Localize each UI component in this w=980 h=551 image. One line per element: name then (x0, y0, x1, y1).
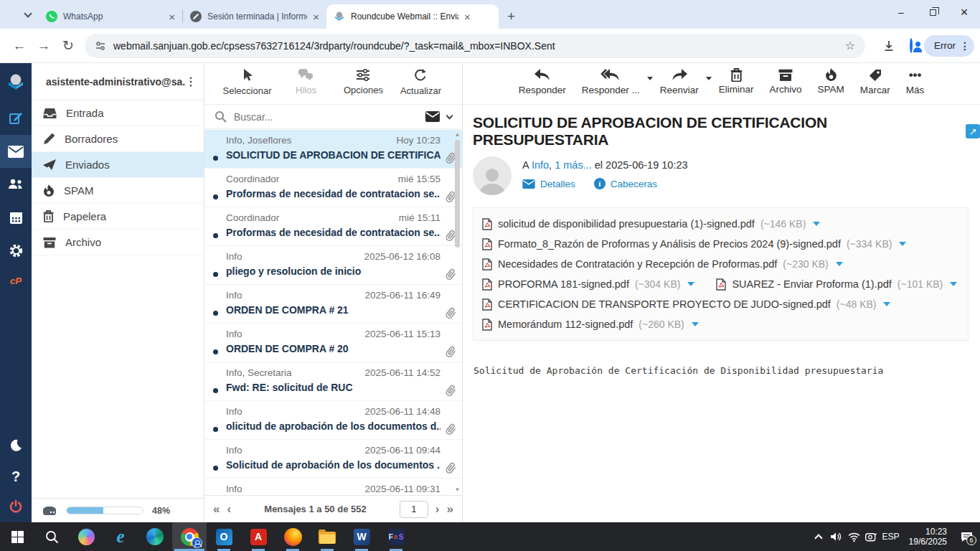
headers-toggle[interactable]: i Cabeceras (594, 178, 657, 189)
attachment-item[interactable]: Memorándum 112-signed.pdf (~260 KB) (482, 314, 699, 334)
message-list-item[interactable]: Info 2025-06-11 09:44 Solicitud de aprob… (204, 440, 462, 479)
folder-inbox[interactable]: Entrada (32, 100, 204, 126)
attachment-item[interactable]: SUAREZ - Enviar Proforma (1).pdf (~101 K… (716, 274, 957, 294)
recipient-link[interactable]: Info (532, 159, 549, 171)
chrome-taskbar-button[interactable] (172, 522, 207, 551)
forward-caret-icon[interactable] (706, 77, 712, 80)
start-button[interactable] (0, 522, 34, 551)
logout-button[interactable] (0, 491, 32, 522)
attachment-name[interactable]: Memorándum 112-signed.pdf (498, 319, 633, 330)
open-in-new-window-icon[interactable]: ↗ (966, 124, 980, 138)
cpanel-button[interactable]: cP (0, 267, 32, 294)
outlook-taskbar-button[interactable]: O (207, 522, 241, 551)
attachment-item[interactable]: Necesidades de Contratación y Recepción … (482, 254, 843, 274)
message-list-item[interactable]: Info, Secretaria 2025-06-11 14:52 Fwd: R… (204, 362, 462, 401)
contacts-button[interactable] (0, 168, 32, 201)
window-close-button[interactable]: × (948, 0, 980, 24)
reply-all-caret-icon[interactable] (647, 77, 653, 80)
attachment-name[interactable]: CERTIFICACION DE TRANSPORTE PROYECTO DE … (498, 298, 831, 310)
mail-nav-button[interactable] (0, 135, 32, 168)
reload-button[interactable]: ↻ (56, 37, 80, 54)
next-page-button[interactable]: › (435, 502, 440, 517)
attachment-name[interactable]: solicitud de disponibilidad presupuestar… (498, 218, 755, 230)
more-recipients-link[interactable]: 1 más... (555, 159, 592, 171)
file-explorer-taskbar-button[interactable] (310, 522, 344, 551)
internet-explorer-icon[interactable]: e (103, 522, 138, 551)
firefox-taskbar-button[interactable] (275, 522, 310, 551)
select-button[interactable]: Seleccionar (223, 68, 272, 104)
url-text[interactable]: webmail.sanjuan.gob.ec/cpsess7632716124/… (113, 40, 555, 52)
attachment-name[interactable]: SUAREZ - Enviar Proforma (1).pdf (732, 278, 891, 290)
message-list-item[interactable]: Info 2025-06-11 15:13 ORDEN DE COMPRA # … (204, 324, 462, 362)
window-minimize-button[interactable]: – (885, 0, 917, 24)
prev-page-button[interactable]: ‹ (227, 502, 231, 517)
attachment-menu-caret-icon[interactable] (883, 302, 890, 306)
tab-roundcube[interactable]: Roundcube Webmail :: Enviados × (326, 4, 499, 29)
search-options-chevron-icon[interactable] (446, 112, 453, 119)
account-menu-icon[interactable]: ⋮ (185, 75, 197, 88)
back-button[interactable]: ← (7, 38, 32, 54)
clock[interactable]: 10:23 19/6/2025 (909, 527, 947, 547)
attachment-item[interactable]: CERTIFICACION DE TRANSPORTE PROYECTO DE … (482, 294, 890, 314)
edge-icon[interactable] (138, 522, 172, 551)
details-toggle[interactable]: Detalles (522, 179, 575, 189)
copilot-icon[interactable] (69, 522, 103, 551)
acrobat-taskbar-button[interactable]: A (241, 522, 275, 551)
message-list-item[interactable]: Coordinador mié 15:11 Proformas de neces… (204, 207, 462, 246)
folder-sent[interactable]: Enviados (32, 152, 204, 178)
spam-button[interactable]: SPAM (815, 68, 847, 104)
profile-error-button[interactable]: Error ⋮ (924, 35, 974, 57)
list-scrollbar[interactable]: ▲ ▼ (453, 131, 461, 494)
fes-app-taskbar-button[interactable]: F≡S (379, 522, 413, 551)
message-list-item[interactable]: Info 2025-06-11 09:31 (204, 479, 462, 495)
attachment-item[interactable]: PROFORMA 181-signed.pdf (~304 KB) (482, 274, 694, 294)
reply-button[interactable]: Responder (516, 68, 569, 104)
attachment-menu-caret-icon[interactable] (813, 222, 820, 226)
calendar-button[interactable] (0, 201, 32, 234)
scroll-up-icon[interactable]: ▲ (453, 131, 461, 138)
folder-drafts[interactable]: Borradores (32, 126, 204, 152)
taskbar-search-button[interactable] (34, 522, 69, 551)
message-list-item[interactable]: Info, Joseflores Hoy 10:23 SOLICITUD DE … (204, 130, 462, 169)
message-list-item[interactable]: Info 2025-06-12 16:08 pliego y resolucio… (204, 246, 462, 285)
archive-button[interactable]: Archivo (767, 68, 805, 104)
folder-spam[interactable]: SPAM (32, 178, 204, 204)
attachment-menu-caret-icon[interactable] (692, 322, 699, 326)
window-restore-button[interactable] (917, 0, 948, 24)
page-number-input[interactable] (400, 501, 428, 518)
search-input[interactable] (234, 111, 418, 123)
wifi-icon[interactable] (848, 532, 860, 542)
attachment-menu-caret-icon[interactable] (950, 282, 957, 286)
refresh-button[interactable]: Actualizar (397, 68, 443, 104)
settings-button[interactable] (0, 234, 32, 267)
tab-close-icon[interactable]: × (464, 11, 471, 23)
dark-mode-button[interactable] (0, 429, 32, 462)
folder-trash[interactable]: Papelera (32, 204, 204, 230)
last-page-button[interactable]: » (447, 502, 453, 517)
word-taskbar-button[interactable]: W (344, 522, 379, 551)
first-page-button[interactable]: « (213, 502, 220, 517)
attachment-menu-caret-icon[interactable] (687, 282, 694, 286)
tab-search-button[interactable] (19, 7, 37, 23)
forward-button[interactable]: → (32, 38, 56, 54)
threads-button[interactable]: Hilos (283, 68, 329, 104)
attachment-item[interactable]: Formato_8_Razón de Proformas y Análisis … (482, 234, 906, 254)
message-list-item[interactable]: Coordinador mié 15:55 Proformas de neces… (204, 169, 462, 207)
attachment-menu-caret-icon[interactable] (899, 242, 906, 246)
address-bar[interactable]: webmail.sanjuan.gob.ec/cpsess7632716124/… (85, 34, 865, 58)
tab-close-icon[interactable]: × (169, 11, 175, 23)
folder-archive[interactable]: Archivo (32, 230, 204, 255)
options-button[interactable]: Opciones (340, 68, 386, 104)
browser-menu-icon[interactable]: ⋮ (960, 40, 970, 52)
search-scope-mail-icon[interactable] (425, 111, 440, 122)
attachment-name[interactable]: Necesidades de Contratación y Recepción … (498, 258, 777, 270)
bookmark-star-icon[interactable]: ☆ (845, 39, 855, 52)
message-list-item[interactable]: Info 2025-06-11 14:48 olicitud de aproba… (204, 401, 462, 440)
message-list-item[interactable]: Info 2025-06-11 16:49 ORDEN DE COMPRA # … (204, 285, 462, 324)
scroll-down-icon[interactable]: ▼ (453, 486, 461, 494)
compose-button[interactable] (0, 102, 32, 135)
help-button[interactable]: ? (0, 462, 32, 491)
forward-button[interactable]: Reenviar (657, 68, 706, 104)
attachment-name[interactable]: PROFORMA 181-signed.pdf (498, 278, 629, 290)
more-button[interactable]: ••• Más (903, 68, 928, 104)
